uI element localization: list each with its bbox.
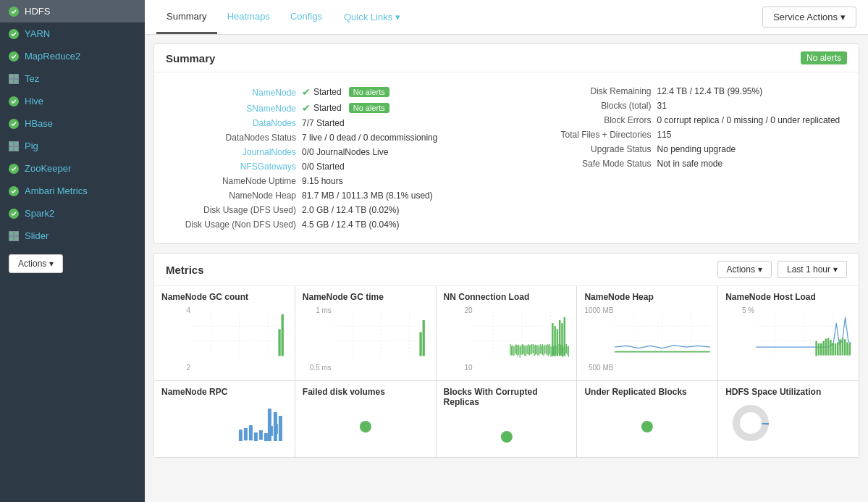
summary-card-header: Summary No alerts <box>154 44 859 72</box>
summary-row-value-7: 81.7 MB / 1011.3 MB (8.1% used) <box>302 191 433 201</box>
summary-row-text-3: 7 live / 0 dead / 0 decommissioning <box>302 133 437 143</box>
sidebar-item-ambari-metrics[interactable]: Ambari Metrics <box>0 180 145 202</box>
svg-rect-107 <box>840 339 841 355</box>
actions-label: Actions <box>18 259 46 269</box>
sidebar-item-mapreduce2[interactable]: MapReduce2 <box>0 45 145 67</box>
tab-heatmaps[interactable]: Heatmaps <box>217 1 280 34</box>
sidebar-item-zookeeper[interactable]: ZooKeeper <box>0 157 145 180</box>
summary-right: Disk Remaining12.4 TB / 12.4 TB (99.95%)… <box>507 81 848 235</box>
metric-cell-namenode-gc-time: NameNode GC time1 ms0.5 ms <box>295 286 436 380</box>
summary-row-label-0[interactable]: NameNode <box>172 88 302 98</box>
summary-grid: NameNode✔StartedNo alertsSNameNode✔Start… <box>166 81 847 235</box>
sidebar-label-zookeeper: ZooKeeper <box>25 163 71 174</box>
sidebar-item-yarn[interactable]: YARN <box>0 22 145 45</box>
tab-summary[interactable]: Summary <box>156 1 217 34</box>
summary-row-7: NameNode Heap81.7 MB / 1011.3 MB (8.1% u… <box>172 188 501 203</box>
metric-title2-hdfs-space: HDFS Space Utilization <box>725 387 851 397</box>
svg-rect-11 <box>14 237 18 240</box>
service-actions-button[interactable]: Service Actions ▾ <box>762 7 856 28</box>
svg-rect-105 <box>835 343 836 355</box>
metric-svg-namenode-host-load <box>756 306 851 372</box>
sidebar-label-tez: Tez <box>25 73 39 84</box>
summary-right-row-0: Disk Remaining12.4 TB / 12.4 TB (99.95%) <box>513 84 842 99</box>
summary-row-label-1[interactable]: SNameNode <box>172 104 302 114</box>
sidebar-label-hbase: HBase <box>25 118 53 129</box>
svg-rect-114 <box>249 425 253 440</box>
svg-rect-36 <box>515 345 516 355</box>
summary-row-text-6: 9.15 hours <box>302 176 343 186</box>
svg-rect-104 <box>833 343 834 355</box>
svg-point-125 <box>641 421 653 432</box>
metric-svg-nn-connection-load <box>474 306 570 372</box>
svg-rect-102 <box>827 338 829 356</box>
svg-rect-35 <box>515 345 515 354</box>
quick-links[interactable]: Quick Links ▾ <box>344 12 400 22</box>
summary-row-label-3: DataNodes Status <box>172 133 302 143</box>
summary-row-value-8: 2.0 GB / 12.4 TB (0.02%) <box>302 205 400 215</box>
svg-rect-8 <box>9 232 13 235</box>
svg-rect-40 <box>521 346 521 355</box>
metrics-actions-button[interactable]: Actions ▾ <box>717 261 772 278</box>
svg-rect-101 <box>825 339 827 356</box>
metric-cell-namenode-heap: NameNode Heap1000 MB500 MB <box>577 286 717 380</box>
svg-rect-7 <box>14 147 18 151</box>
sidebar-item-hbase[interactable]: HBase <box>0 112 145 135</box>
tab-configs[interactable]: Configs <box>280 1 332 34</box>
metric-chart-namenode-gc-count: 42 <box>161 306 287 372</box>
svg-rect-63 <box>548 345 549 356</box>
actions-button[interactable]: Actions ▾ <box>9 254 63 273</box>
metric-title2-failed-disk-volumes: Failed disk volumes <box>303 387 429 397</box>
svg-rect-56 <box>539 344 540 354</box>
metric-title-namenode-gc-count: NameNode GC count <box>161 292 287 302</box>
svg-rect-6 <box>9 147 13 151</box>
summary-row-label-7: NameNode Heap <box>172 191 302 201</box>
sidebar-item-spark2[interactable]: Spark2 <box>0 202 145 225</box>
sidebar-item-hive[interactable]: Hive <box>0 90 145 112</box>
svg-rect-41 <box>521 344 522 355</box>
svg-rect-17 <box>282 314 284 356</box>
svg-rect-50 <box>532 344 533 353</box>
sidebar-item-slider[interactable]: Slider <box>0 225 145 247</box>
svg-rect-25 <box>419 332 421 356</box>
svg-rect-60 <box>544 345 545 354</box>
metrics-timerange-button[interactable]: Last 1 hour ▾ <box>778 261 847 278</box>
sidebar-item-pig[interactable]: Pig <box>0 135 145 157</box>
metric-title-namenode-host-load: NameNode Host Load <box>725 292 851 302</box>
service-actions-label: Service Actions <box>773 12 838 22</box>
metric-chart-namenode-host-load: 5 % <box>725 306 851 372</box>
summary-row-0: NameNode✔StartedNo alerts <box>172 84 501 100</box>
status-dot-0: ✔ <box>302 86 311 98</box>
metrics-actions-label: Actions <box>727 264 755 275</box>
status-icon-spark2 <box>9 209 19 219</box>
svg-rect-64 <box>549 344 549 354</box>
summary-row-5: NFSGateways0/0 Started <box>172 159 501 174</box>
svg-rect-39 <box>519 346 520 358</box>
sidebar-item-tez[interactable]: Tez <box>0 67 145 90</box>
sidebar-item-hdfs[interactable]: HDFS <box>0 0 145 22</box>
summary-row-label-2[interactable]: DataNodes <box>172 118 302 128</box>
svg-rect-57 <box>541 346 542 354</box>
svg-rect-47 <box>528 346 529 356</box>
summary-row-value-5: 0/0 Started <box>302 162 345 172</box>
svg-rect-51 <box>534 346 534 356</box>
svg-rect-42 <box>523 345 523 354</box>
metric-cell-namenode-gc-count: NameNode GC count42 <box>154 286 295 380</box>
metric-chart-nn-connection-load: 2010 <box>444 306 570 372</box>
sr-value-4: No pending upgrade <box>657 144 736 154</box>
summary-row-2: DataNodes7/7 Started <box>172 116 501 130</box>
metric-chart2-hdfs-space <box>725 401 851 441</box>
status-icon-zookeeper <box>9 164 19 174</box>
svg-rect-33 <box>512 346 513 356</box>
summary-row-1: SNameNode✔StartedNo alerts <box>172 100 501 116</box>
svg-rect-78 <box>565 344 566 354</box>
summary-row-label-6: NameNode Uptime <box>172 176 302 186</box>
svg-rect-0 <box>9 75 13 78</box>
svg-rect-24 <box>422 320 424 356</box>
svg-rect-18 <box>278 329 280 356</box>
summary-title: Summary <box>166 52 215 64</box>
win-icon-tez <box>9 74 19 84</box>
summary-body: NameNode✔StartedNo alertsSNameNode✔Start… <box>154 72 859 243</box>
summary-row-label-5[interactable]: NFSGateways <box>172 162 302 172</box>
summary-row-label-4[interactable]: JournalNodes <box>172 147 302 157</box>
summary-row-6: NameNode Uptime9.15 hours <box>172 174 501 188</box>
